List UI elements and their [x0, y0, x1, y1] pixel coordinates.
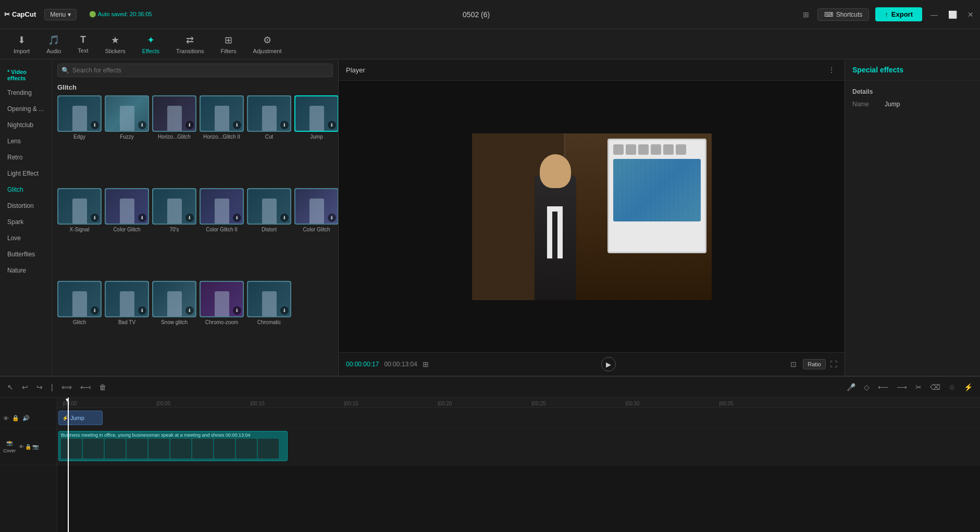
effect-thumb-color-glitch: ⬇ [105, 188, 149, 225]
undo-button[interactable]: ↩ [19, 381, 31, 393]
time-current: 00:00:00:17 [346, 361, 379, 368]
toolbar-stickers[interactable]: ★ Stickers [98, 31, 133, 57]
jump-effect-clip[interactable]: ⚡ Jump [58, 411, 103, 425]
timeline: ↖ ↩ ↪ | ⟺ ⟻ 🗑 🎤 ◇ ⟵ ⟶ ✂ ⌫ ☆ ⚡ 👁 🔒 🔊 [0, 376, 980, 532]
delete-button[interactable]: 🗑 [96, 381, 109, 393]
effect-jump[interactable]: ⬇ [294, 95, 338, 185]
toolbar-transitions[interactable]: ⇄ Transitions [169, 31, 211, 57]
play-button[interactable]: ▶ [601, 357, 616, 372]
effect-70s[interactable]: ⬇ 70's [152, 188, 196, 278]
time-mark-30: |00:30 [625, 401, 640, 406]
sidebar-item-distortion[interactable]: Distortion [2, 198, 49, 214]
effect-name-horiz2: Horizo...Glitch II [203, 134, 240, 140]
time-mark-35: |00:35 [719, 401, 734, 406]
layout-button[interactable]: ⊞ [801, 8, 811, 21]
effect-color-glitch[interactable]: ⬇ Color Glitch [105, 188, 149, 278]
toolbar-import[interactable]: ⬇ Import [6, 31, 37, 57]
logo-text: CapCut [12, 10, 36, 18]
whiteboard-icons [613, 144, 701, 155]
sidebar-item-love[interactable]: Love [2, 230, 49, 246]
maximize-button[interactable]: ⬜ [946, 8, 959, 21]
toolbar-adjustment[interactable]: ⚙ Adjustment [245, 31, 289, 57]
sidebar-item-spark[interactable]: Spark [2, 214, 49, 230]
mic-button[interactable]: 🎤 [843, 381, 859, 393]
grid-icon: ⊞ [423, 360, 429, 368]
effect-chromo-zoom[interactable]: ⬇ Chro­mo-zoom [200, 281, 244, 370]
playhead[interactable] [68, 398, 69, 532]
toolbar-audio[interactable]: 🎵 Audio [39, 31, 68, 57]
keyframe-button[interactable]: ◇ [861, 381, 873, 393]
effect-color-glitch3[interactable]: ⬇ Color Glitch [294, 188, 338, 278]
player-menu-button[interactable]: ⋮ [826, 64, 837, 76]
effect-chromatic[interactable]: ⬇ Chromatic [247, 281, 291, 370]
effect-horiz-glitch[interactable]: ⬇ Horizo...Glitch [152, 95, 196, 185]
effect-bad-tv[interactable]: ⬇ Bad TV [105, 281, 149, 370]
effect-distort[interactable]: ⬇ Distort [247, 188, 291, 278]
special-effects-title: Special effects [845, 59, 980, 81]
detail-name-row: Name Jump [852, 101, 973, 108]
export-icon: ↑ [885, 10, 888, 18]
redo-button[interactable]: ↪ [33, 381, 46, 393]
split-btn3[interactable]: ⟻ [77, 381, 94, 393]
effect-name-cut: Cut [265, 134, 274, 140]
effect-glitch2[interactable]: ⬇ Glitch [57, 281, 102, 370]
sidebar-item-retro[interactable]: Retro [2, 150, 49, 165]
download-icon-chromo: ⬇ [233, 306, 241, 315]
sidebar-item-glitch[interactable]: Glitch [2, 182, 49, 197]
effect-thumb-jump: ⬇ [294, 95, 338, 132]
effect-color-glitch2[interactable]: ⬇ Color Glitch II [200, 188, 244, 278]
tl-icon1[interactable]: ⟵ [875, 381, 891, 393]
ratio-button[interactable]: Ratio [803, 359, 826, 369]
video-lock-icon: 🔒 [25, 444, 31, 450]
tie [552, 212, 557, 258]
tl-icon6[interactable]: ⚡ [961, 381, 976, 393]
crop-button[interactable]: ⊡ [788, 358, 799, 370]
tl-icon3[interactable]: ✂ [912, 381, 925, 393]
effect-thumb-70s: ⬇ [152, 188, 196, 225]
close-button[interactable]: ✕ [965, 8, 976, 21]
tl-icon5[interactable]: ☆ [946, 381, 959, 393]
split-btn2[interactable]: ⟺ [58, 381, 75, 393]
sidebar-item-light-effect[interactable]: Light Effect [2, 166, 49, 181]
sidebar-item-butterflies[interactable]: Butterflies [2, 246, 49, 262]
effect-xsignal[interactable]: ⬇ X-Signal [57, 188, 102, 278]
effect-fuzzy[interactable]: ⬇ Fuzzy [105, 95, 149, 185]
fullscreen-button[interactable]: ⛶ [830, 360, 837, 368]
transitions-icon: ⇄ [186, 34, 194, 46]
menu-button[interactable]: Menu ▾ [44, 9, 77, 20]
time-mark-15: |00:15 [344, 401, 358, 406]
sidebar-item-opening[interactable]: Opening & ... [2, 101, 49, 117]
minimize-button[interactable]: — [928, 8, 940, 21]
detail-name-key: Name [852, 101, 878, 108]
track-speaker-icon: 🔊 [22, 415, 30, 422]
split-button[interactable]: | [48, 381, 56, 393]
detail-name-value: Jump [885, 101, 900, 108]
export-button[interactable]: ↑ Export [875, 7, 922, 21]
timeline-tracks[interactable]: |00:00 |00:05 |00:10 |00:15 |00:20 |00:2… [57, 398, 980, 532]
effect-name-snow: Snow glitch [161, 319, 188, 326]
sidebar-item-nature[interactable]: Nature [2, 263, 49, 278]
sidebar-item-trending[interactable]: Trending [2, 85, 49, 101]
download-icon-snow: ⬇ [185, 306, 194, 315]
toolbar-filters[interactable]: ⊞ Filters [213, 31, 243, 57]
effect-edgy[interactable]: ⬇ Edgy [57, 95, 102, 185]
sidebar-header: * Video effects [2, 66, 49, 84]
tl-icon4[interactable]: ⌫ [927, 381, 944, 393]
select-tool-button[interactable]: ↖ [4, 381, 17, 393]
shortcuts-button[interactable]: ⌨ Shortcuts [817, 8, 870, 21]
sidebar-item-lens[interactable]: Lens [2, 133, 49, 149]
person-figure [524, 154, 587, 300]
time-mark-5: |00:05 [156, 401, 171, 406]
download-icon-horiz2: ⬇ [233, 121, 241, 129]
effect-horiz-glitch2[interactable]: ⬇ Horizo...Glitch II [200, 95, 244, 185]
effect-thumb-color-glitch2: ⬇ [200, 188, 244, 225]
tl-icon2[interactable]: ⟶ [894, 381, 910, 393]
sidebar-item-nightclub[interactable]: Nightclub [2, 117, 49, 133]
toolbar-effects[interactable]: ✦ Effects [135, 31, 167, 57]
video-clip[interactable]: Business meeting in office, young busine… [58, 431, 288, 461]
effect-snow-glitch[interactable]: ⬇ Snow glitch [152, 281, 196, 370]
search-input[interactable] [57, 64, 333, 77]
download-icon-cut: ⬇ [280, 121, 289, 129]
toolbar-text[interactable]: T Text [70, 31, 95, 57]
effect-cut[interactable]: ⬇ Cut [247, 95, 291, 185]
